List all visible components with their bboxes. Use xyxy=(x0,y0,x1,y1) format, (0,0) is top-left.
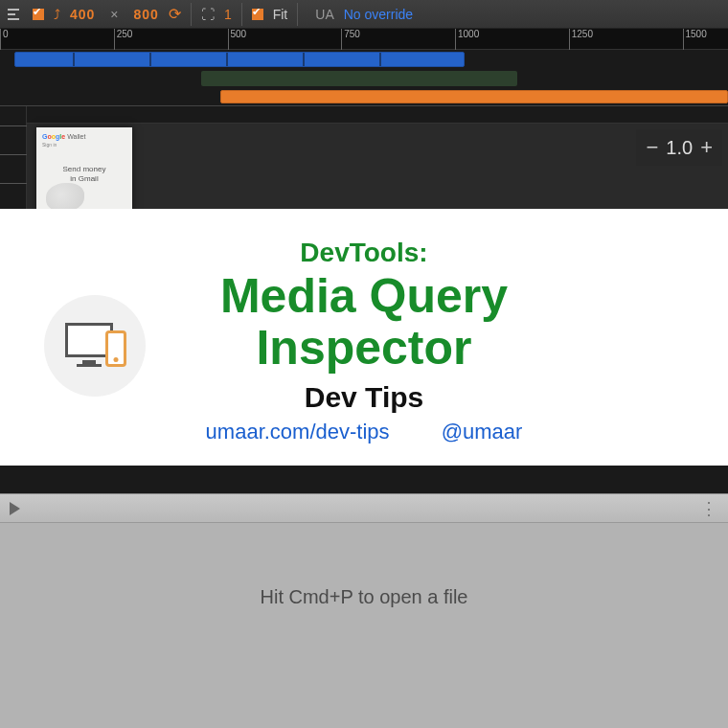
hero-text: Send money in Gmail xyxy=(42,165,126,183)
zoom-level: 1.0 xyxy=(666,137,693,159)
open-file-hint: Hit Cmd+P to open a file xyxy=(0,586,728,608)
reload-icon[interactable]: ⟳ xyxy=(169,5,181,23)
zoom-out-button[interactable]: − xyxy=(646,135,658,160)
link-site[interactable]: umaar.com/dev-tips xyxy=(206,420,390,444)
dpr-value[interactable]: 1 xyxy=(224,7,232,22)
ua-value[interactable]: No override xyxy=(344,7,413,22)
media-bar-min-width[interactable] xyxy=(220,90,728,103)
fit-label: Fit xyxy=(273,7,288,22)
ruler-tick: 1500 xyxy=(683,29,707,50)
preview-horizontal-ruler xyxy=(27,106,728,124)
fit-checkbox[interactable] xyxy=(252,9,263,20)
media-bar-range[interactable] xyxy=(201,71,517,86)
play-icon[interactable] xyxy=(10,502,20,515)
wallet-logo: Google Wallet xyxy=(42,133,126,140)
ruler-tick: 750 xyxy=(341,29,360,50)
viewport-width[interactable]: 400 xyxy=(70,7,95,22)
sources-toolbar: ⋮ xyxy=(0,494,728,523)
dimension-separator: × xyxy=(110,7,118,22)
ruler-tick: 0 xyxy=(0,29,9,50)
more-icon[interactable]: ⋮ xyxy=(700,498,718,519)
zoom-control: − 1.0 + xyxy=(636,129,722,166)
ruler-tick: 1000 xyxy=(455,29,479,50)
menu-icon[interactable] xyxy=(8,7,23,22)
devices-icon-circle xyxy=(44,295,146,397)
media-bar-max-width[interactable] xyxy=(14,52,465,67)
ua-label: UA xyxy=(315,7,333,22)
link-handle[interactable]: @umaar xyxy=(442,420,523,444)
signin-text: Sign in xyxy=(42,142,126,148)
ruler-tick: 500 xyxy=(228,29,247,50)
device-mode-checkbox[interactable] xyxy=(33,9,44,20)
horizontal-ruler: 0250500750100012501500 xyxy=(0,29,728,50)
zoom-in-button[interactable]: + xyxy=(700,135,713,160)
title-overlay: DevTools: Media Query Inspector Dev Tips… xyxy=(0,209,728,466)
sources-panel: ⋮ Hit Cmd+P to open a file xyxy=(0,493,728,728)
map-graphic xyxy=(46,183,84,212)
rotate-icon[interactable]: ⤴ xyxy=(54,7,60,22)
ruler-tick: 1250 xyxy=(569,29,593,50)
device-toolbar: ⤴ 400 × 800 ⟳ ⛶ 1 Fit UA No override xyxy=(0,0,728,29)
card-subtitle: DevTools: xyxy=(19,238,709,268)
media-query-ruler: 0250500750100012501500 xyxy=(0,29,728,105)
media-query-bars xyxy=(0,50,728,105)
dpr-icon: ⛶ xyxy=(201,7,215,22)
devices-icon xyxy=(65,323,125,369)
ruler-tick: 250 xyxy=(114,29,133,50)
viewport-height[interactable]: 800 xyxy=(134,7,159,22)
card-links: umaar.com/dev-tips @umaar xyxy=(19,420,709,444)
